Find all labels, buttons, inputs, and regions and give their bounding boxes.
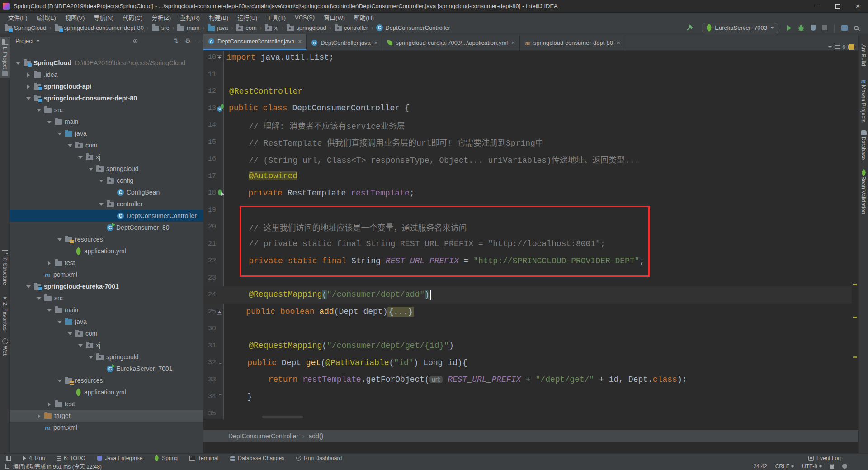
menu-item-8[interactable]: 运行(U) (233, 13, 262, 22)
lock-icon[interactable] (830, 465, 834, 469)
encoding-select[interactable]: UTF-8 (802, 463, 822, 470)
tree-arrow-icon[interactable] (37, 108, 41, 112)
tree-row-springcloud[interactable]: springcloud (10, 163, 203, 175)
gutter-fold-down-icon[interactable] (217, 359, 223, 366)
tab-close-icon[interactable]: × (298, 38, 302, 45)
tree-row-EurekaServer_7001[interactable]: EurekaServer_7001 (10, 363, 203, 375)
tree-row-.idea[interactable]: .idea (10, 69, 203, 81)
tree-arrow-icon[interactable] (78, 343, 82, 347)
collapse-all-icon[interactable]: ⇅ (174, 38, 179, 44)
menu-item-0[interactable]: 文件(F) (4, 13, 32, 22)
tree-row-main[interactable]: main (10, 304, 203, 316)
tree-row-resources[interactable]: resources (10, 233, 203, 245)
inspection-status-square[interactable] (849, 44, 854, 50)
chevron-down-icon[interactable] (36, 40, 40, 42)
menu-item-12[interactable]: 帮助(H) (349, 13, 378, 22)
gutter-fold-up-icon[interactable] (217, 393, 223, 400)
breadcrumb-item-main[interactable]: main (177, 24, 199, 31)
tree-arrow-icon[interactable] (47, 402, 51, 406)
tool-stripe-project[interactable]: 1: Project (0, 37, 10, 78)
tree-row-src[interactable]: src (10, 104, 203, 116)
tree-row-config[interactable]: config (10, 175, 203, 186)
tree-arrow-icon[interactable] (99, 202, 103, 206)
search-everywhere-button[interactable] (854, 26, 859, 30)
line-separator-select[interactable]: CRLF (775, 463, 794, 470)
tab-springcloud-consumer-dept-80[interactable]: springcloud-consumer-dept-80× (520, 35, 625, 50)
settings-gear-icon[interactable]: ⚙ (185, 38, 191, 44)
tree-arrow-icon[interactable] (68, 332, 72, 336)
tree-row-xj[interactable]: xj (10, 339, 203, 351)
toolwindow-button-4: Run[interactable]: 4: Run (23, 455, 45, 461)
breadcrumb-item-xj[interactable]: xj (265, 24, 278, 31)
editor-breadcrumb-DeptConsumerController[interactable]: DeptConsumerController (228, 432, 298, 440)
tree-arrow-icon[interactable] (37, 414, 41, 418)
tree-arrow-icon[interactable] (16, 61, 20, 65)
tree-row-springcould[interactable]: springcould (10, 351, 203, 363)
tree-row-springcloud-consumer-dept-80[interactable]: springcloud-consumer-dept-80 (10, 92, 203, 104)
tree-row-SpringCloud[interactable]: SpringCloudD:\IDEA2019\IdeaProjects\Spri… (10, 57, 203, 69)
tree-row-src[interactable]: src (10, 292, 203, 304)
tree-row-com[interactable]: com (10, 328, 203, 339)
tree-arrow-icon[interactable] (47, 261, 51, 265)
tree-row-test[interactable]: test (10, 257, 203, 269)
menu-item-5[interactable]: 分析(Z) (147, 13, 175, 22)
hide-panel-icon[interactable]: − (197, 38, 201, 44)
tree-arrow-icon[interactable] (57, 379, 61, 383)
toolwindow-button-Run Dashboard[interactable]: Run Dashboard (296, 455, 342, 461)
tree-row-java[interactable]: java (10, 316, 203, 328)
tool-stripe-bean-validation[interactable]: Bean Validation (859, 170, 868, 214)
tree-row-com[interactable]: com (10, 139, 203, 151)
tab-DeptController.java[interactable]: DeptController.java× (307, 35, 382, 50)
gutter-fold-plus-icon[interactable] (217, 55, 222, 60)
tree-row-springcloud-api[interactable]: springcloud-api (10, 81, 203, 92)
debug-button[interactable] (798, 24, 804, 31)
tree-row-application.yml[interactable]: application.yml (10, 245, 203, 257)
menu-item-1[interactable]: 编辑(E) (32, 13, 61, 22)
tree-row-controller[interactable]: controller (10, 198, 203, 210)
breadcrumb-item-src[interactable]: src (152, 24, 169, 31)
tree-row-java[interactable]: java (10, 128, 203, 139)
tree-row-DeptConsumerController[interactable]: DeptConsumerController (10, 210, 203, 222)
tool-stripe-favorites[interactable]: ★ 2: Favorites (0, 295, 10, 331)
tree-arrow-icon[interactable] (89, 355, 93, 359)
tree-row-pom.xml[interactable]: pom.xml (10, 269, 203, 280)
tool-stripe-maven-projects[interactable]: m Maven Projects (859, 78, 868, 123)
locate-file-icon[interactable]: ⊕ (133, 38, 138, 44)
build-hammer-icon[interactable] (686, 24, 693, 32)
tree-row-ConfigBean[interactable]: ConfigBean (10, 186, 203, 198)
tree-arrow-icon[interactable] (57, 132, 61, 136)
project-panel-title[interactable]: Project (15, 38, 33, 44)
breadcrumb-item-SpringCloud[interactable]: SpringCloud (5, 24, 47, 31)
breadcrumb-item-controller[interactable]: controller (335, 24, 368, 31)
tool-stripe-structure[interactable]: 7: Structure (0, 250, 10, 285)
menu-item-10[interactable]: VCS(S) (290, 14, 319, 21)
restore-toolwindows-button[interactable] (6, 456, 11, 461)
tree-arrow-icon[interactable] (26, 285, 30, 289)
tree-arrow-icon[interactable] (26, 73, 30, 77)
tab-DeptConsumerController.java[interactable]: DeptConsumerController.java× (203, 34, 307, 50)
tree-row-pom.xml[interactable]: pom.xml (10, 422, 203, 433)
breadcrumb-item-springcloud-consumer-dept-80[interactable]: springcloud-consumer-dept-80 (55, 24, 144, 31)
tab-springcloud-eureka-7003\...\application.yml[interactable]: springcloud-eureka-7003\...\application.… (382, 35, 519, 50)
menu-item-2[interactable]: 视图(V) (61, 13, 89, 22)
maximize-button[interactable] (827, 0, 848, 12)
tree-row-xj[interactable]: xj (10, 151, 203, 163)
minimize-button[interactable] (807, 0, 827, 12)
tab-close-icon[interactable]: × (511, 39, 515, 46)
toolwindow-button-Terminal[interactable]: Terminal (189, 455, 218, 461)
run-configuration-select[interactable]: EurekaServer_7003 (702, 23, 778, 33)
tree-arrow-icon[interactable] (37, 296, 41, 300)
menu-item-11[interactable]: 窗口(W) (319, 13, 349, 22)
stop-button[interactable] (822, 25, 827, 30)
tree-arrow-icon[interactable] (89, 167, 93, 171)
tree-row-test[interactable]: test (10, 398, 203, 410)
toolwindow-button-event-log[interactable]: Event Log (808, 455, 841, 461)
toggle-toolwindows-icon[interactable] (5, 464, 9, 469)
tree-row-resources[interactable]: resources (10, 375, 203, 386)
tab-close-icon[interactable]: × (374, 39, 378, 46)
caret-position[interactable]: 24:42 (754, 463, 767, 470)
code-editor[interactable]: 10import java.util.List;1112@RestControl… (203, 51, 858, 419)
tree-arrow-icon[interactable] (68, 143, 72, 147)
tab-close-icon[interactable]: × (617, 39, 620, 46)
toolwindow-button-Database Changes[interactable]: Database Changes (230, 455, 284, 461)
